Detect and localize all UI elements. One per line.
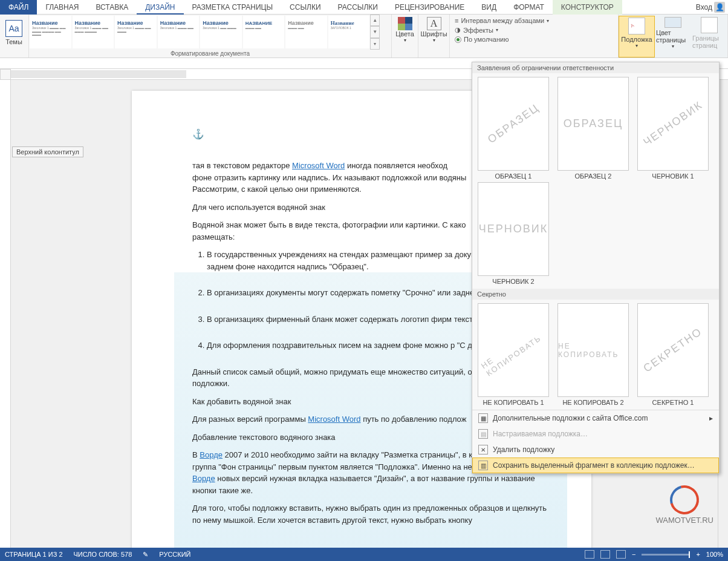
wm-draft2[interactable]: ЧЕРНОВИКЧЕРНОВИК 2 bbox=[475, 182, 552, 285]
set-default[interactable]: По умолчанию bbox=[455, 36, 613, 43]
view-print-icon[interactable] bbox=[600, 550, 610, 559]
default-icon bbox=[455, 36, 461, 43]
zoom-out[interactable]: − bbox=[632, 551, 635, 558]
ribbon-tabs: ФАЙЛ ГЛАВНАЯ ВСТАВКА ДИЗАЙН РАЗМЕТКА СТР… bbox=[0, 0, 728, 15]
wm-secret1[interactable]: СЕКРЕТНОСЕКРЕТНО 1 bbox=[634, 303, 712, 406]
spacing-icon: ≡ bbox=[455, 17, 458, 24]
login-button[interactable]: Вход 👤 bbox=[693, 2, 728, 13]
tab-layout[interactable]: РАЗМЕТКА СТРАНИЦЫ bbox=[184, 0, 282, 15]
tab-view[interactable]: ВИД bbox=[473, 0, 505, 15]
save-icon: ▥ bbox=[478, 461, 488, 470]
dd-save-selection[interactable]: ▥Сохранить выделенный фрагмент в коллекц… bbox=[472, 458, 719, 473]
tab-references[interactable]: ССЫЛКИ bbox=[281, 0, 329, 15]
wm-sample1[interactable]: ОБРАЗЕЦОБРАЗЕЦ 1 bbox=[475, 77, 552, 180]
style-gallery[interactable]: НазваниеЗаголовок 1 ▬▬▬ ▬▬ ▬▬▬ ▬▬▬▬ ▬▬ ▬… bbox=[29, 15, 380, 50]
custom-icon: ▤ bbox=[478, 429, 488, 439]
remove-icon: ✕ bbox=[478, 445, 488, 454]
office-icon: ▦ bbox=[478, 413, 488, 423]
wm-draft1[interactable]: ЧЕРНОВИКЧЕРНОВИК 1 bbox=[634, 77, 712, 180]
colors-icon bbox=[398, 17, 412, 30]
dd-more-office[interactable]: ▦Дополнительные подложки с сайта Office.… bbox=[472, 410, 719, 426]
page-borders-button[interactable]: Границы страниц bbox=[691, 16, 727, 57]
tab-home[interactable]: ГЛАВНАЯ bbox=[37, 0, 87, 15]
zoom-in[interactable]: + bbox=[696, 551, 700, 558]
dd-section-disclaimers: Заявления об ограничении ответственности bbox=[472, 62, 719, 73]
header-tag[interactable]: Верхний колонтитул bbox=[12, 146, 83, 157]
zoom-slider[interactable] bbox=[642, 554, 690, 556]
themes-icon: Aa bbox=[5, 20, 22, 37]
paragraph-spacing[interactable]: ≡Интервал между абзацами▾ bbox=[455, 17, 613, 24]
tab-design[interactable]: ДИЗАЙН bbox=[137, 0, 183, 15]
tab-constructor[interactable]: КОНСТРУКТОР bbox=[553, 0, 622, 15]
fonts-button[interactable]: A Шрифты▾ bbox=[420, 17, 447, 43]
view-web-icon[interactable] bbox=[616, 550, 626, 559]
wm-nocopy1[interactable]: НЕ КОПИРОВАТЬНЕ КОПИРОВАТЬ 1 bbox=[475, 303, 552, 406]
ruler-corner bbox=[0, 69, 11, 80]
group-formatting-label: Форматирование документа bbox=[29, 50, 391, 57]
ribbon: Aa Темы НазваниеЗаголовок 1 ▬▬▬ ▬▬ ▬▬▬ ▬… bbox=[0, 15, 728, 58]
watermark-icon: A bbox=[628, 18, 645, 34]
login-label: Вход bbox=[696, 3, 712, 11]
ruler-vertical[interactable] bbox=[0, 80, 11, 548]
fonts-icon: A bbox=[427, 17, 441, 30]
user-icon: 👤 bbox=[714, 2, 725, 13]
wm-sample2[interactable]: ОБРАЗЕЦОБРАЗЕЦ 2 bbox=[554, 77, 632, 180]
tab-review[interactable]: РЕЦЕНЗИРОВАНИЕ bbox=[386, 0, 473, 15]
dd-section-confidential: Секретно bbox=[472, 289, 719, 300]
watermark-dropdown: Заявления об ограничении ответственности… bbox=[472, 62, 720, 474]
themes-button[interactable]: Aa Темы bbox=[0, 15, 28, 51]
page-color-icon bbox=[665, 17, 681, 28]
wm-nocopy2[interactable]: НЕ КОПИРОВАТЬНЕ КОПИРОВАТЬ 2 bbox=[554, 303, 632, 406]
effects-icon: ◑ bbox=[455, 26, 461, 34]
sb-words[interactable]: ЧИСЛО СЛОВ: 578 bbox=[74, 551, 132, 558]
page-color-button[interactable]: Цвет страницы▾ bbox=[655, 16, 691, 57]
sb-page[interactable]: СТРАНИЦА 1 ИЗ 2 bbox=[5, 551, 63, 558]
tab-mailings[interactable]: РАССЫЛКИ bbox=[330, 0, 386, 15]
sb-proofing-icon[interactable]: ✎ bbox=[143, 551, 148, 559]
colors-button[interactable]: Цвета▾ bbox=[395, 17, 414, 43]
watermark-button[interactable]: A Подложка▾ bbox=[619, 16, 655, 57]
tab-format[interactable]: ФОРМАТ bbox=[505, 0, 553, 15]
view-read-icon[interactable] bbox=[585, 550, 594, 559]
site-logo: WAMOTVET.RU bbox=[655, 485, 713, 525]
tab-file[interactable]: ФАЙЛ bbox=[0, 0, 37, 15]
tab-insert[interactable]: ВСТАВКА bbox=[87, 0, 137, 15]
effects-button[interactable]: ◑Эффекты▾ bbox=[455, 26, 613, 34]
status-bar: СТРАНИЦА 1 ИЗ 2 ЧИСЛО СЛОВ: 578 ✎ РУССКИ… bbox=[0, 548, 728, 561]
sb-language[interactable]: РУССКИЙ bbox=[159, 551, 190, 558]
logo-icon bbox=[665, 480, 704, 520]
zoom-value[interactable]: 100% bbox=[706, 551, 723, 558]
gallery-scroll[interactable]: ▲▼▾ bbox=[370, 15, 380, 50]
dd-remove-watermark[interactable]: ✕Удалить подложку bbox=[472, 442, 719, 458]
dd-custom-watermark[interactable]: ▤Настраиваемая подложка… bbox=[472, 426, 719, 442]
page-borders-icon bbox=[701, 17, 718, 33]
